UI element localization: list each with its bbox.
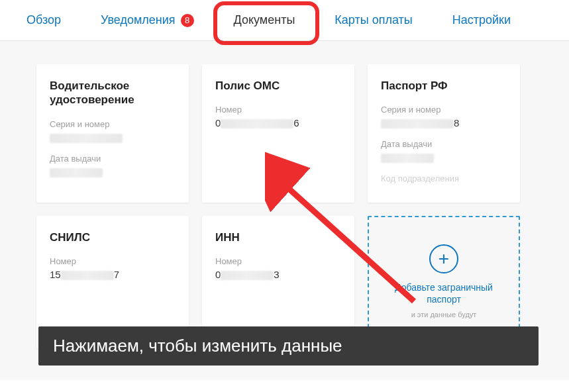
top-nav: Обзор Уведомления 8 Документы Карты опла… (0, 0, 569, 41)
field-value-issue (50, 166, 176, 177)
number-start: 15 (50, 269, 61, 280)
nav-payment-cards[interactable]: Карты оплаты (335, 13, 412, 27)
nav-payment-cards-label: Карты оплаты (335, 13, 412, 27)
nav-overview-label: Обзор (26, 13, 61, 27)
nav-overview[interactable]: Обзор (26, 13, 61, 27)
caption-text: Нажимаем, чтобы изменить данные (53, 336, 342, 356)
field-label-issue: Дата выдачи (50, 154, 176, 164)
nav-settings[interactable]: Настройки (452, 13, 511, 27)
annotation-caption: Нажимаем, чтобы изменить данные (38, 326, 539, 366)
field-value-number: 03 (215, 269, 341, 280)
field-value-issue (381, 152, 507, 163)
card-title: Водительское удостоверение (50, 79, 176, 107)
card-passport-rf[interactable]: Паспорт РФ Серия и номер 8 Дата выдачи К… (368, 64, 520, 203)
add-card-subtitle: и эти данные будут (411, 310, 477, 319)
card-oms[interactable]: Полис ОМС Номер 06 (202, 64, 354, 203)
number-start: 0 (215, 117, 221, 128)
plus-icon: + (429, 244, 458, 273)
notifications-badge: 8 (181, 14, 194, 27)
field-value-number: 06 (215, 117, 341, 128)
field-label-dept: Код подразделения (381, 173, 507, 183)
field-label-number: Номер (50, 256, 176, 266)
field-value-series (50, 132, 176, 143)
field-label-number: Номер (215, 256, 341, 266)
series-end: 8 (454, 117, 459, 128)
field-label-series: Серия и номер (50, 119, 176, 129)
field-label-number: Номер (215, 105, 341, 115)
field-label-issue: Дата выдачи (381, 139, 507, 149)
card-title: СНИЛС (50, 230, 176, 244)
nav-notifications-label: Уведомления (101, 13, 176, 27)
field-value-series: 8 (381, 117, 507, 128)
field-value-number: 157 (50, 269, 176, 280)
card-driver-license[interactable]: Водительское удостоверение Серия и номер… (36, 64, 189, 203)
number-end: 6 (293, 117, 299, 128)
card-title: ИНН (215, 230, 341, 244)
number-start: 0 (215, 269, 221, 280)
add-card-title: Добавьте заграничный паспорт (377, 281, 511, 305)
number-end: 3 (274, 269, 279, 280)
card-title: Полис ОМС (215, 79, 341, 93)
nav-settings-label: Настройки (452, 13, 511, 27)
field-label-series: Серия и номер (381, 105, 507, 115)
card-title: Паспорт РФ (381, 79, 507, 93)
nav-documents-label: Документы (234, 13, 295, 27)
number-end: 7 (114, 269, 119, 280)
cards-grid: Водительское удостоверение Серия и номер… (36, 64, 543, 348)
nav-documents[interactable]: Документы (234, 13, 295, 27)
nav-notifications[interactable]: Уведомления 8 (101, 13, 194, 27)
